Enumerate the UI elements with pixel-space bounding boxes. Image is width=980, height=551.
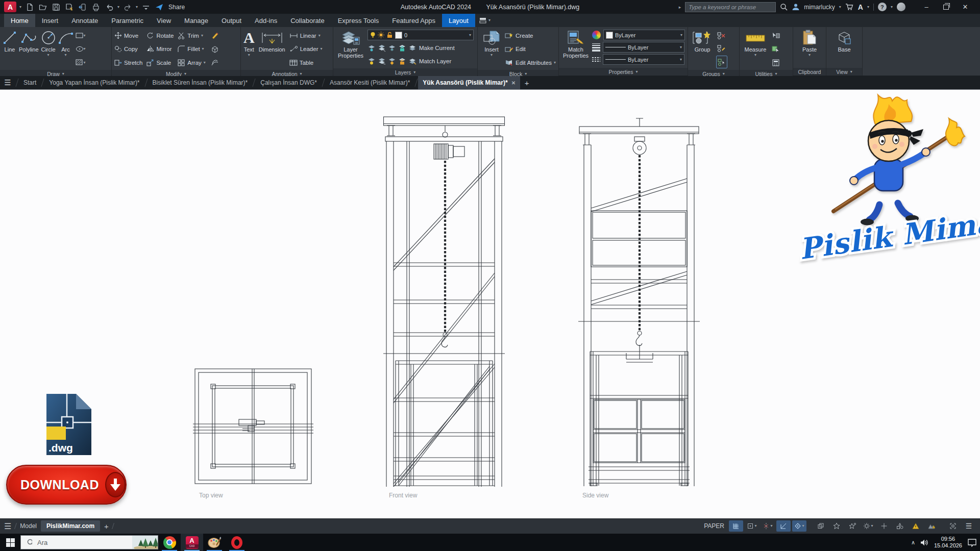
taskbar-app-chrome[interactable] (158, 534, 181, 551)
quick-select-button[interactable] (771, 30, 781, 41)
mirror-button[interactable]: Mirror (146, 43, 174, 55)
trim-button[interactable]: Trim (178, 30, 206, 41)
file-tab-calisan[interactable]: Çalışan İnsan DWG* (256, 76, 322, 89)
tab-express-tools[interactable]: Express Tools (331, 14, 386, 27)
linetype-icon[interactable] (592, 57, 600, 61)
search-highlight-image[interactable] (132, 536, 158, 549)
taskbar-search-input[interactable] (36, 538, 128, 547)
download-button[interactable]: DOWNLOAD (6, 465, 127, 505)
layer-freeze-icon[interactable] (388, 44, 397, 52)
insert-block-button[interactable]: Insert (480, 29, 503, 57)
drawing-canvas[interactable]: Top view (0, 89, 980, 518)
save-as-button[interactable] (64, 2, 75, 12)
workspace-settings-button[interactable] (861, 520, 875, 532)
rectangle-tool-button[interactable] (76, 30, 86, 41)
tab-view[interactable]: View (150, 14, 178, 27)
selection-cycling-toggle[interactable] (814, 520, 828, 532)
measure-button[interactable]: Measure (742, 29, 769, 57)
space-indicator[interactable]: PAPER (704, 522, 724, 530)
autodesk-app-icon[interactable]: A (858, 3, 863, 11)
taskbar-app-opera[interactable] (226, 534, 248, 551)
layer-properties-button[interactable]: Layer Properties (336, 29, 365, 59)
explode-button[interactable] (210, 43, 220, 55)
taskbar-clock[interactable]: 09:56 15.04.2026 (934, 536, 962, 549)
hatch-tool-button[interactable] (76, 57, 86, 68)
annotation-scale-toggle[interactable] (845, 520, 860, 532)
model-tab[interactable]: Model (20, 522, 37, 530)
rotate-button[interactable]: Rotate (146, 30, 174, 41)
hardware-acceleration-button[interactable] (909, 520, 923, 532)
annotation-visibility-toggle[interactable] (829, 520, 844, 532)
file-tab-yuk-asansoru[interactable]: Yük Asansörü (Pislik Mimar)* ✕ (418, 76, 520, 89)
match-properties-button[interactable]: Match Properties (561, 29, 590, 59)
file-tab-yoga[interactable]: Yoga Yapan İnsan (Pislik Mimar)* (44, 76, 144, 89)
share-button[interactable] (154, 2, 164, 12)
user-menu-caret-icon[interactable] (839, 5, 841, 9)
username-label[interactable]: mimarlucky (804, 4, 835, 11)
maximize-button[interactable] (936, 0, 955, 14)
tab-home[interactable]: Home (4, 14, 35, 27)
tray-chevron-icon[interactable]: ∧ (911, 539, 915, 546)
tab-add-ins[interactable]: Add-ins (248, 14, 284, 27)
share-label[interactable]: Share (168, 4, 185, 11)
taskbar-app-paint[interactable] (203, 534, 226, 551)
erase-button[interactable] (210, 30, 220, 41)
color-wheel-icon[interactable] (592, 31, 601, 39)
panel-label-clipboard[interactable]: Clipboard (793, 68, 826, 76)
lineweight-dropdown[interactable]: ByLayer (603, 42, 684, 53)
layout-menu-icon[interactable]: ☰ (4, 521, 11, 531)
infer-constraints-toggle[interactable] (761, 520, 775, 532)
file-tab-asansor-kesiti[interactable]: Asansör Kesiti (Pislik Mimar)* (325, 76, 414, 89)
layer-off-icon[interactable] (368, 57, 376, 65)
panel-label-properties[interactable]: Properties (559, 68, 688, 76)
group-button[interactable]: Group (691, 29, 714, 53)
app-store-cart-icon[interactable] (845, 3, 854, 11)
file-tab-menu-icon[interactable]: ☰ (0, 76, 15, 89)
layer-unisolate-icon[interactable] (378, 44, 386, 52)
tab-output[interactable]: Output (215, 14, 248, 27)
tab-layout[interactable]: Layout (442, 14, 475, 27)
autodesk-caret-icon[interactable] (867, 5, 869, 9)
help-icon[interactable]: ? (878, 3, 887, 11)
save-button[interactable] (51, 2, 61, 12)
layer-unlock-all-icon[interactable] (398, 57, 407, 65)
help-search-box[interactable] (685, 2, 776, 12)
isolate-objects-button[interactable] (893, 520, 907, 532)
undo-button[interactable] (104, 2, 114, 12)
tab-manage[interactable]: Manage (178, 14, 215, 27)
layer-isolate-icon[interactable] (368, 44, 376, 52)
linetype-dropdown[interactable]: ByLayer (603, 54, 684, 65)
match-layer-button[interactable]: Match Layer (408, 55, 451, 67)
arc-button[interactable]: Arc (58, 29, 74, 57)
layer-lock-icon[interactable] (398, 44, 407, 52)
volume-icon[interactable] (920, 539, 929, 546)
performance-monitor-button[interactable] (924, 520, 939, 532)
close-button[interactable]: ✕ (955, 0, 975, 14)
table-button[interactable]: Table (289, 57, 323, 68)
linear-dimension-button[interactable]: Linear (289, 30, 323, 41)
panel-label-layers[interactable]: Layers (333, 68, 477, 76)
layer-dropdown[interactable]: 0 (368, 30, 474, 40)
tab-annotate[interactable]: Annotate (65, 14, 105, 27)
circle-button[interactable]: Circle (41, 29, 56, 57)
tab-featured-apps[interactable]: Featured Apps (385, 14, 442, 27)
line-button[interactable]: Line (3, 29, 17, 53)
user-avatar-icon[interactable] (792, 3, 800, 11)
panel-label-view[interactable]: View (826, 68, 862, 76)
redo-caret-icon[interactable] (136, 5, 138, 9)
make-current-button[interactable]: Make Current (408, 42, 455, 54)
minimize-button[interactable]: – (917, 0, 936, 14)
object-color-dropdown[interactable]: ByLayer (603, 30, 685, 40)
layer-thaw-all-icon[interactable] (388, 57, 397, 65)
tab-collaborate[interactable]: Collaborate (284, 14, 331, 27)
object-snap-toggle[interactable] (792, 520, 806, 532)
status-bar-menu-button[interactable]: ☰ (962, 520, 976, 532)
start-button[interactable] (0, 534, 20, 551)
ungroup-button[interactable] (716, 30, 726, 41)
grid-toggle[interactable] (729, 520, 743, 532)
polyline-button[interactable]: Polyline (19, 29, 39, 53)
search-expand-icon[interactable]: ▸ (679, 5, 681, 10)
offset-button[interactable] (210, 57, 220, 68)
ellipse-tool-button[interactable] (76, 43, 86, 55)
paste-button[interactable]: Paste (802, 29, 817, 57)
